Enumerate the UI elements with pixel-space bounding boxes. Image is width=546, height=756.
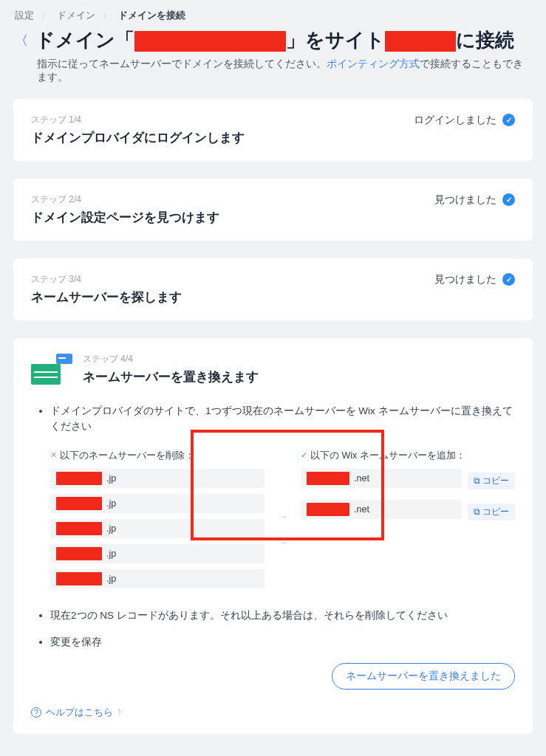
step-tag: ステップ 3/4 <box>31 273 182 286</box>
title-post: に接続 <box>456 29 514 51</box>
subtitle-lead: 指示に従ってネームサーバーでドメインを接続してください。 <box>37 58 327 69</box>
step-tag: ステップ 1/4 <box>31 114 245 126</box>
copy-button[interactable]: ⧉コピー <box>468 472 515 489</box>
step-status: 見つけました ✓ <box>434 193 515 207</box>
copy-button[interactable]: ⧉コピー <box>468 504 515 520</box>
instruction-ns-records: 現在2つの NS レコードがあります。それ以上ある場合は、それらを削除してくださ… <box>50 608 515 624</box>
page-subtitle: 指示に従ってネームサーバーでドメインを接続してください。ポインティング方式で接続… <box>0 58 546 84</box>
step-tag: ステップ 4/4 <box>83 353 259 365</box>
confirm-replaced-button[interactable]: ネームサーバーを置き換えました <box>332 663 515 690</box>
breadcrumb-settings[interactable]: 設定 <box>15 9 34 22</box>
status-text: 見つけました <box>434 273 496 286</box>
back-button[interactable]: 〈 <box>15 32 28 49</box>
step-tag: ステップ 2/4 <box>31 193 219 206</box>
page-title: ドメイン「」をサイトに接続 <box>35 28 514 53</box>
step-title: ネームサーバーを置き換えます <box>83 368 259 385</box>
pointing-method-link[interactable]: ポインティング方式 <box>327 58 420 69</box>
step-status: ログインしました ✓ <box>414 114 515 127</box>
chevron-right-icon: 〉 <box>41 10 50 21</box>
step-title: ドメインプロバイダにログインします <box>31 129 245 146</box>
breadcrumb-current: ドメインを接続 <box>118 9 185 22</box>
status-text: 見つけました <box>434 193 496 207</box>
chevron-right-icon: 〉 <box>117 707 125 718</box>
check-icon: ✓ <box>502 193 515 206</box>
instruction-save: 変更を保存 <box>50 634 515 650</box>
step-card-4: ステップ 4/4 ネームサーバーを置き換えます ドメインプロバイダのサイトで、1… <box>13 338 533 734</box>
old-nameserver: .jp <box>50 569 265 588</box>
help-icon: ? <box>31 707 41 718</box>
annotation-highlight-box <box>191 430 384 540</box>
old-nameserver: .jp <box>50 544 265 563</box>
breadcrumb: 設定 〉 ドメイン 〉 ドメインを接続 <box>0 9 546 28</box>
check-icon: ✓ <box>502 114 515 126</box>
step-card-3: ステップ 3/4 ネームサーバーを探します 見つけました ✓ <box>13 258 533 320</box>
status-text: ログインしました <box>414 114 496 127</box>
help-link[interactable]: ? ヘルプはこちら 〉 <box>31 706 515 719</box>
step-title: ネームサーバーを探します <box>31 289 182 306</box>
title-mid: 」をサイト <box>286 29 385 51</box>
redacted-domain <box>134 31 286 52</box>
check-icon: ✓ <box>502 273 515 286</box>
chevron-right-icon: 〉 <box>103 10 111 21</box>
x-icon: ✕ <box>50 449 57 462</box>
redacted-site <box>385 31 456 52</box>
copy-icon: ⧉ <box>474 507 480 517</box>
step-card-2: ステップ 2/4 ドメイン設定ページを見つけます 見つけました ✓ <box>13 179 533 241</box>
step-status: 見つけました ✓ <box>434 273 515 286</box>
copy-icon: ⧉ <box>474 476 480 486</box>
step-title: ドメイン設定ページを見つけます <box>31 209 219 226</box>
breadcrumb-domains[interactable]: ドメイン <box>57 9 95 22</box>
server-icon <box>31 354 72 385</box>
step-card-1: ステップ 1/4 ドメインプロバイダにログインします ログインしました ✓ <box>13 99 533 161</box>
title-pre: ドメイン「 <box>35 29 134 51</box>
